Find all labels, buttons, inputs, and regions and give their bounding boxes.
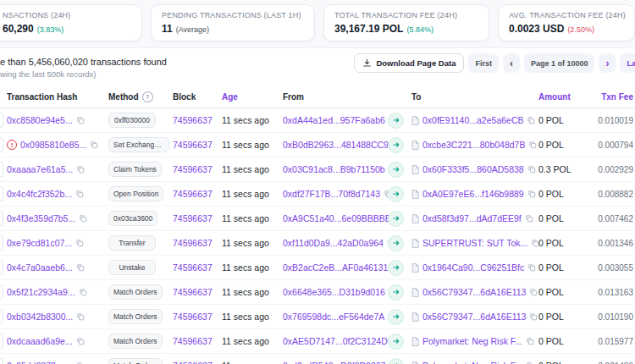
tx-hash-link[interactable]: 0x4c7a0aaeb6... — [7, 262, 73, 273]
question-circle-icon[interactable]: ? — [142, 91, 153, 102]
copy-icon[interactable] — [90, 141, 98, 149]
block-link[interactable]: 74596637 — [173, 115, 213, 125]
amount-value: 0 POL — [538, 213, 593, 223]
age-text: 11 secs ago — [222, 336, 283, 346]
amount-value: 0 POL — [538, 238, 593, 248]
method-badge[interactable]: 0x03ca3600 — [108, 211, 157, 226]
from-address-link[interactable]: 0x6648e365...D31b9d016 — [283, 287, 385, 297]
table-row: 0xaaaa7e61a5... Claim Tokens 74596637 11… — [0, 157, 635, 182]
tx-hash-link[interactable]: 0x65dd6372ac... — [7, 361, 73, 364]
from-address-link[interactable]: 0xA9C51a40...6e09BBBBB — [283, 213, 391, 223]
copy-icon[interactable] — [528, 141, 537, 149]
method-badge[interactable]: Unstake — [108, 260, 156, 275]
to-address-link[interactable]: 0x0fE91140...a2e5a6eCB — [422, 115, 523, 125]
to-address-link[interactable]: 0x56C79347...6dA16E113 — [422, 312, 526, 322]
copy-icon[interactable] — [79, 288, 87, 296]
copy-icon[interactable] — [526, 337, 534, 345]
tx-hash-link[interactable]: 0xdcaaad6a9e... — [7, 336, 73, 346]
txn-fee-value: 0.001346 — [593, 239, 635, 248]
prev-page-button[interactable]: ‹ — [503, 53, 520, 73]
block-link[interactable]: 74596637 — [173, 238, 213, 248]
stat-value: 60,290 — [3, 23, 34, 35]
copy-icon[interactable] — [76, 165, 85, 174]
copy-icon[interactable] — [75, 239, 84, 247]
stat-card-avg-fee: AVG. TRANSACTION FEE (24H) 0.0023 USD(2.… — [498, 4, 635, 41]
last-page-button[interactable]: Last — [620, 53, 635, 73]
to-address-link[interactable]: Polymarket: Neg Risk F... — [422, 336, 522, 346]
to-address-link[interactable]: Polymarket: Neg Risk F... — [422, 361, 522, 364]
copy-icon[interactable] — [76, 337, 85, 345]
to-address-link[interactable]: SUPERTRUST: SUT Tok... — [422, 238, 527, 248]
block-link[interactable]: 74596637 — [173, 361, 213, 364]
age-text: 11 secs ago — [222, 361, 283, 364]
block-link[interactable]: 74596637 — [173, 312, 213, 322]
method-badge[interactable]: Match Orders — [108, 309, 163, 324]
copy-icon[interactable] — [76, 116, 85, 124]
copy-icon[interactable] — [527, 190, 536, 198]
tx-hash-link[interactable]: 0xc8580e94e5... — [7, 115, 73, 125]
header-amount[interactable]: Amount — [538, 92, 593, 102]
contract-file-icon — [411, 263, 419, 273]
stat-card-transactions: NSACTIONS (24H) 60,290(3.83%) — [0, 4, 142, 41]
copy-icon[interactable] — [529, 288, 538, 296]
header-txn-fee[interactable]: Txn Fee — [593, 92, 635, 102]
from-address-link[interactable]: 0x769598dc...eF564de7A — [283, 312, 384, 322]
from-address-link[interactable]: 0xB2acC2eB...AF0a46131 — [283, 262, 388, 273]
tx-hash-link[interactable]: 0x5f21c2934a9... — [7, 287, 75, 297]
download-page-data-button[interactable]: Download Page Data — [354, 53, 464, 73]
block-link[interactable]: 74596637 — [173, 164, 213, 174]
tx-hash-link[interactable]: 0xb0342b8300... — [7, 312, 73, 322]
tx-hash-link[interactable]: 0x4c4fc2f352b... — [7, 189, 72, 199]
copy-icon[interactable] — [527, 116, 535, 124]
tx-hash-link[interactable]: 0xe79cd81c07... — [7, 238, 72, 248]
block-link[interactable]: 74596637 — [173, 336, 213, 346]
copy-icon[interactable] — [527, 165, 536, 174]
copy-icon[interactable] — [76, 312, 85, 321]
chevron-right-icon: › — [605, 60, 609, 67]
to-address-link[interactable]: 0xA0E97eE6...f146b9889 — [422, 189, 524, 199]
from-address-link[interactable]: 0x03C91ac8...B9b71150b — [283, 164, 385, 174]
copy-icon[interactable] — [529, 312, 538, 321]
from-address-link[interactable]: 0xd2adD549...D8f0D2367 — [283, 361, 385, 364]
table-row: 0xe79cd81c07... Transfer 74596637 11 sec… — [0, 231, 635, 256]
block-link[interactable]: 74596637 — [173, 140, 213, 150]
first-page-button[interactable]: First — [468, 53, 499, 73]
next-page-button[interactable]: › — [599, 53, 616, 73]
stat-card-pending: PENDING TRANSACTIONS (LAST 1H) 11(Averag… — [151, 4, 315, 41]
method-badge[interactable]: Match Orders — [108, 284, 163, 300]
block-link[interactable]: 74596637 — [173, 189, 213, 199]
method-badge[interactable]: 0xff030000 — [108, 113, 156, 128]
method-badge[interactable]: Match Orders — [108, 334, 163, 349]
method-badge[interactable]: Open Position — [108, 186, 163, 201]
method-badge[interactable]: Set Exchange ... — [108, 137, 169, 152]
method-badge[interactable]: Match Orders — [108, 358, 163, 364]
from-address-link[interactable]: 0xdA44a1ed...957Fa6ab6 — [283, 115, 385, 125]
tx-hash-link[interactable]: 0x4f3e359d7b5... — [7, 213, 75, 223]
amount-value: 0 POL — [538, 262, 593, 273]
tx-hash-link[interactable]: 0x0985810e85... — [20, 140, 86, 150]
from-address-link[interactable]: 0xAE5D7147...0f2C3124D — [283, 336, 388, 346]
copy-icon[interactable] — [79, 214, 87, 223]
block-link[interactable]: 74596637 — [173, 287, 213, 297]
tx-hash-link[interactable]: 0xaaaa7e61a5... — [7, 164, 73, 174]
copy-icon[interactable] — [76, 263, 85, 272]
header-age[interactable]: Age — [222, 92, 283, 102]
from-address-link[interactable]: 0xdf27F17B...70f8d7143 — [283, 189, 380, 199]
from-address-link[interactable]: 0xB0dB2963...481488CC9 — [283, 140, 389, 150]
to-address-link[interactable]: 0xcbe3C221...80b048d7B — [422, 140, 525, 150]
copy-icon[interactable] — [525, 214, 533, 223]
to-address-link[interactable]: 0x1964Ca90...C96251Bfc — [422, 262, 524, 273]
from-address-link[interactable]: 0xf11d0Da9...42aD0a964 — [283, 238, 384, 248]
to-address-link[interactable]: 0xd58f3d97...dAd7dEE9f — [422, 213, 522, 223]
copy-icon[interactable] — [75, 190, 84, 198]
arrow-right-circle-icon — [388, 113, 404, 129]
block-link[interactable]: 74596637 — [173, 213, 213, 223]
to-address-link[interactable]: 0x60F333f5...860AD5838 — [422, 164, 524, 174]
to-address-link[interactable]: 0x56C79347...6dA16E113 — [422, 287, 526, 297]
method-badge[interactable]: Claim Tokens — [108, 162, 162, 177]
method-badge[interactable]: Transfer — [108, 235, 156, 251]
stat-change: (2.50%) — [567, 25, 594, 34]
block-link[interactable]: 74596637 — [173, 262, 213, 273]
copy-icon[interactable] — [527, 263, 536, 272]
age-text: 11 secs ago — [222, 213, 283, 223]
